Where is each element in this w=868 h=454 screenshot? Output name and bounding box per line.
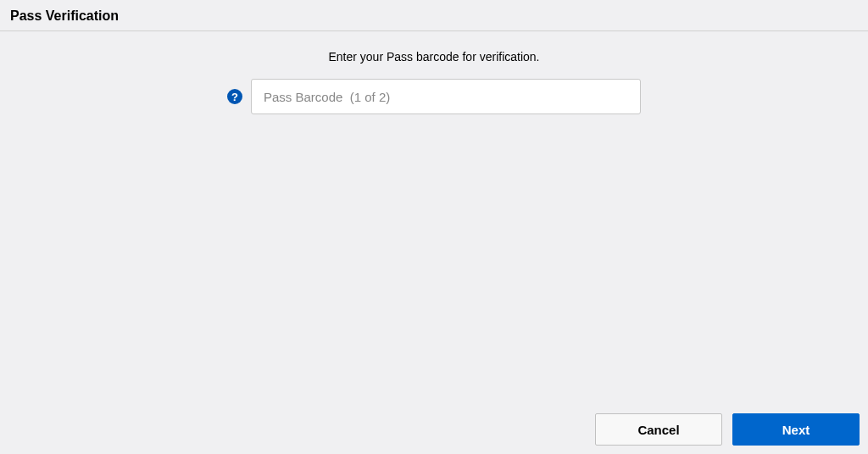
page-header: Pass Verification	[0, 0, 868, 31]
barcode-input-row: ?	[227, 79, 641, 114]
help-icon[interactable]: ?	[227, 89, 242, 104]
footer-buttons: Cancel Next	[595, 413, 860, 446]
page-title: Pass Verification	[10, 8, 858, 24]
pass-barcode-input[interactable]	[251, 79, 641, 114]
cancel-button[interactable]: Cancel	[595, 413, 722, 446]
main-content: Enter your Pass barcode for verification…	[0, 31, 868, 114]
instruction-text: Enter your Pass barcode for verification…	[328, 50, 539, 64]
next-button[interactable]: Next	[732, 413, 860, 446]
